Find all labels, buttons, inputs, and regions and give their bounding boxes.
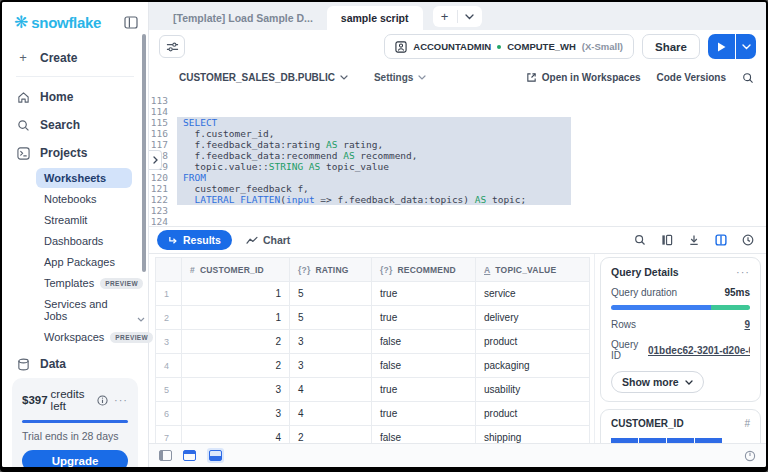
sidebar-scrollbar[interactable] xyxy=(142,34,146,272)
cell-rating[interactable]: 4 xyxy=(290,402,372,426)
cell-rating[interactable]: 3 xyxy=(290,330,372,354)
settings-dropdown[interactable]: Settings xyxy=(374,72,426,83)
layout-results-icon[interactable] xyxy=(207,448,224,463)
sidebar-item-services-and-jobs[interactable]: Services and Jobs xyxy=(36,294,132,326)
tab-list-chevron-icon[interactable] xyxy=(458,6,482,27)
cell-recommend[interactable]: false xyxy=(372,330,476,354)
rows-value-link[interactable]: 9 xyxy=(744,319,750,330)
code-line: 117 f.feedback_data:rating AS rating, xyxy=(149,139,766,150)
cell-rating[interactable]: 2 xyxy=(290,426,372,444)
cell-recommend[interactable]: false xyxy=(372,426,476,444)
cell-topic_value[interactable]: product xyxy=(476,330,590,354)
cell-topic_value[interactable]: delivery xyxy=(476,306,590,330)
query-details-panel: Query Details ··· Query duration 95ms Ro… xyxy=(594,254,766,443)
sidebar-item-search[interactable]: Search xyxy=(10,111,140,139)
history-clock-icon[interactable] xyxy=(742,234,754,246)
open-in-workspaces-link[interactable]: Open in Workspaces xyxy=(526,72,641,83)
database-icon xyxy=(16,358,30,371)
tab-template-load-sample-data[interactable]: [Template] Load Sample D... xyxy=(159,6,327,30)
cell-rating[interactable]: 5 xyxy=(290,282,372,306)
cell-customer_id[interactable]: 3 xyxy=(182,378,290,402)
query-details-card: Query Details ··· Query duration 95ms Ro… xyxy=(600,257,761,402)
code-versions-link[interactable]: Code Versions xyxy=(657,72,726,83)
columns-icon[interactable] xyxy=(661,234,673,246)
sidebar-item-app-packages[interactable]: App Packages xyxy=(36,252,132,272)
cell-recommend[interactable]: false xyxy=(372,354,476,378)
run-button[interactable] xyxy=(708,34,735,59)
editor-search-icon[interactable] xyxy=(742,72,754,84)
cell-topic_value[interactable]: usability xyxy=(476,378,590,402)
tab-chart[interactable]: Chart xyxy=(246,234,290,246)
cell-customer_id[interactable]: 4 xyxy=(182,426,290,444)
sidebar-item-home[interactable]: Home xyxy=(10,83,140,111)
database-schema-selector[interactable]: CUSTOMER_SALES_DB.PUBLIC xyxy=(179,72,348,83)
sidebar-scroll-more-icon[interactable] xyxy=(137,308,145,326)
sidebar-collapse-icon[interactable] xyxy=(124,16,138,29)
results-search-icon[interactable] xyxy=(634,234,646,246)
cell-recommend[interactable]: true xyxy=(372,306,476,330)
layout-editor-only-icon[interactable] xyxy=(159,450,172,461)
column-header-rating[interactable]: {?}RATING xyxy=(290,258,372,282)
sidebar-item-templates[interactable]: TemplatesPREVIEW xyxy=(36,273,132,293)
table-row[interactable]: 634trueproduct xyxy=(156,402,590,426)
sidebar-item-projects[interactable]: Projects xyxy=(10,139,140,167)
table-row[interactable]: 742falseshipping xyxy=(156,426,590,444)
number-type-icon: # xyxy=(744,418,750,429)
duration-label: Query duration xyxy=(611,287,677,298)
show-more-button[interactable]: Show more xyxy=(611,371,704,393)
tab-sample-script[interactable]: sample script xyxy=(327,6,423,30)
column-header-recommend[interactable]: {?}RECOMMEND xyxy=(372,258,476,282)
sidebar-item-dashboards[interactable]: Dashboards xyxy=(36,231,132,251)
tab-results[interactable]: Results xyxy=(157,230,232,250)
cell-recommend[interactable]: true xyxy=(372,378,476,402)
create-label: Create xyxy=(40,51,77,65)
cell-customer_id[interactable]: 2 xyxy=(182,354,290,378)
cell-rating[interactable]: 3 xyxy=(290,354,372,378)
sidebar-item-data[interactable]: Data xyxy=(10,350,140,378)
info-icon[interactable] xyxy=(97,395,108,406)
cell-customer_id[interactable]: 2 xyxy=(182,330,290,354)
results-table-wrap[interactable]: #CUSTOMER_ID{?}RATING{?}RECOMMENDATOPIC_… xyxy=(155,257,590,443)
sidebar: ❋ snowflake + Create Home xyxy=(2,2,149,467)
sidebar-item-workspaces[interactable]: WorkspacesPREVIEW xyxy=(36,327,132,347)
cell-customer_id[interactable]: 3 xyxy=(182,402,290,426)
table-row[interactable]: 423falsepackaging xyxy=(156,354,590,378)
table-row[interactable]: 323falseproduct xyxy=(156,330,590,354)
cell-customer_id[interactable]: 1 xyxy=(182,282,290,306)
run-options-chevron-icon[interactable] xyxy=(736,34,756,59)
sidebar-item-notebooks[interactable]: Notebooks xyxy=(36,189,132,209)
cell-topic_value[interactable]: shipping xyxy=(476,426,590,444)
sidebar-item-worksheets[interactable]: Worksheets xyxy=(36,168,132,188)
cell-rating[interactable]: 4 xyxy=(290,378,372,402)
table-row[interactable]: 115trueservice xyxy=(156,282,590,306)
create-button[interactable]: + Create xyxy=(10,43,140,72)
expand-panel-button[interactable] xyxy=(149,150,162,170)
warehouse-size: (X-Small) xyxy=(582,41,623,52)
worksheet-options-icon[interactable] xyxy=(159,35,185,58)
upgrade-button[interactable]: Upgrade xyxy=(22,450,128,467)
share-button[interactable]: Share xyxy=(642,34,700,59)
new-tab-button[interactable]: + xyxy=(433,6,457,27)
download-icon[interactable] xyxy=(688,234,700,246)
cell-recommend[interactable]: true xyxy=(372,282,476,306)
cell-recommend[interactable]: true xyxy=(372,402,476,426)
column-header-topic_value[interactable]: ATOPIC_VALUE xyxy=(476,258,590,282)
credits-menu-icon[interactable]: ··· xyxy=(114,394,128,406)
query-id-link[interactable]: 01bdec62-3201-d20e-0... xyxy=(648,345,750,356)
cell-topic_value[interactable]: product xyxy=(476,402,590,426)
query-details-menu-icon[interactable]: ··· xyxy=(736,266,750,278)
cell-topic_value[interactable]: service xyxy=(476,282,590,306)
sql-editor[interactable]: 113 114 115SELECT116 f.customer_id,117 f… xyxy=(149,92,766,226)
column-header-customer_id[interactable]: #CUSTOMER_ID xyxy=(182,258,290,282)
session-context-selector[interactable]: ACCOUNTADMIN COMPUTE_WH (X-Small) xyxy=(384,34,634,59)
column-name: TOPIC_VALUE xyxy=(495,265,556,275)
split-panel-icon[interactable] xyxy=(715,234,727,246)
cell-rating[interactable]: 5 xyxy=(290,306,372,330)
table-row[interactable]: 534trueusability xyxy=(156,378,590,402)
table-row[interactable]: 215truedelivery xyxy=(156,306,590,330)
cell-topic_value[interactable]: packaging xyxy=(476,354,590,378)
cell-customer_id[interactable]: 1 xyxy=(182,306,290,330)
status-power-icon[interactable] xyxy=(744,450,756,462)
sidebar-item-streamlit[interactable]: Streamlit xyxy=(36,210,132,230)
layout-split-icon[interactable] xyxy=(183,450,196,461)
